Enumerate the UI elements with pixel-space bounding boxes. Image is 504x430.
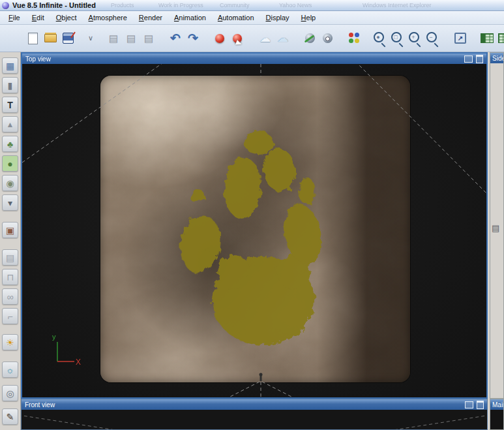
front-viewport-title: Front view: [25, 401, 55, 408]
render-pick-button[interactable]: [230, 30, 245, 47]
axis-y-label: y: [52, 333, 56, 341]
menu-automation[interactable]: Automation: [212, 12, 260, 23]
rock-tool[interactable]: ●: [2, 155, 18, 172]
pipe-tool[interactable]: ⌐: [2, 308, 18, 324]
collapsed-panel-icon[interactable]: ▤: [492, 223, 499, 233]
export-view-button[interactable]: ↗: [452, 30, 468, 47]
render-button[interactable]: [212, 30, 228, 47]
ghost-window-text: Community: [220, 2, 250, 8]
load-object-tool[interactable]: ▣: [2, 222, 18, 238]
brush-tool[interactable]: ✎: [2, 408, 18, 425]
app-icon: [2, 2, 9, 9]
terrain-tool[interactable]: ▦: [2, 57, 18, 74]
ecosystem-clouds-button[interactable]: ☁: [258, 30, 273, 47]
menu-edit[interactable]: Edit: [26, 12, 50, 23]
layout-quad-button[interactable]: [479, 30, 495, 47]
paw-left-toe: [176, 212, 224, 275]
planet-tool[interactable]: ☼: [2, 361, 18, 378]
window-title: Vue 8.5 Infinite - Untitled: [12, 1, 96, 9]
window-titlebar[interactable]: Vue 8.5 Infinite - Untitled ProductsWork…: [0, 0, 504, 11]
zoom-sphere-button[interactable]: ●: [372, 30, 387, 47]
menu-file[interactable]: File: [3, 12, 26, 23]
side-viewport-title: Side: [492, 55, 503, 62]
magnet-tool[interactable]: ⊓: [2, 269, 18, 285]
top-viewport: Top view: [21, 52, 488, 399]
open-button[interactable]: [42, 30, 58, 47]
text-tool[interactable]: T: [2, 97, 18, 113]
cylinder-tool[interactable]: ▮: [2, 77, 18, 93]
new-scene-button[interactable]: [25, 30, 40, 47]
top-viewport-canvas[interactable]: y X: [22, 64, 486, 397]
paw-small-spot: [190, 189, 204, 203]
menu-display[interactable]: Display: [260, 12, 295, 23]
front-viewport: Front view: [21, 399, 488, 430]
viewport-options-icon[interactable]: [465, 401, 473, 408]
main-toolbar: ∨▤▤▤↶↷☁☁●□+−↗: [0, 25, 504, 52]
left-toolbar: ▦▮T▲♣●◉▾▣▤⊓∞⌐☀☼◎✎◌: [0, 52, 21, 430]
light-tool[interactable]: ☀: [2, 334, 18, 350]
materials-button[interactable]: [346, 30, 362, 47]
paw-top-toe: [245, 131, 273, 155]
cloud-button[interactable]: ☁: [275, 30, 291, 47]
viewport-maximize-icon[interactable]: [477, 401, 484, 409]
expand-chevron[interactable]: ∨: [83, 30, 98, 47]
group-tool[interactable]: ▤: [2, 249, 18, 266]
zoom-in-button[interactable]: +: [407, 30, 422, 47]
ghost-window-text: Work in Progress: [158, 2, 203, 8]
terrain-preview: [100, 76, 410, 382]
axis-x-label: X: [76, 358, 81, 367]
inspect-sphere-button[interactable]: [319, 30, 335, 47]
side-viewport-titlebar[interactable]: Side: [490, 53, 503, 63]
front-frustum-guides: [22, 410, 487, 429]
front-viewport-canvas[interactable]: [22, 410, 487, 429]
water-drop-tool[interactable]: ▾: [2, 194, 18, 211]
side-panel-strip: Side ▤: [490, 52, 504, 399]
camera-tool[interactable]: ◎: [2, 385, 18, 401]
redo-button[interactable]: ↷: [185, 30, 201, 47]
main-panel-strip: Main: [490, 399, 504, 430]
top-viewport-title: Top view: [25, 55, 51, 63]
paw-mid-right-toe: [261, 147, 299, 194]
undo-button[interactable]: ↶: [168, 30, 183, 47]
ghost-window-text: Products: [111, 2, 134, 8]
main-viewport-title: Main: [492, 401, 503, 408]
front-viewport-titlebar[interactable]: Front view: [22, 399, 487, 410]
cone-tool[interactable]: ▲: [2, 116, 18, 132]
delete-button[interactable]: ▤: [141, 30, 156, 47]
sphere-tool[interactable]: ◉: [2, 175, 18, 191]
copy-button[interactable]: ▤: [106, 30, 121, 47]
save-button[interactable]: [60, 30, 76, 47]
ghost-window-text: Yahoo News: [279, 2, 312, 8]
menu-animation[interactable]: Animation: [168, 12, 212, 23]
viewport-options-icon[interactable]: [464, 55, 473, 63]
zoom-out-button[interactable]: −: [424, 30, 440, 47]
menu-atmosphere[interactable]: Atmosphere: [83, 12, 133, 23]
axis-gizmo: y X: [51, 331, 83, 367]
link-tool[interactable]: ∞: [2, 288, 18, 305]
paw-mid-left-toe: [222, 157, 263, 220]
menu-render[interactable]: Render: [133, 12, 168, 23]
main-viewport-titlebar[interactable]: Main: [490, 399, 503, 410]
viewport-maximize-icon[interactable]: [476, 55, 483, 63]
zoom-region-button[interactable]: □: [389, 30, 405, 47]
menu-bar: FileEditObjectAtmosphereRenderAnimationA…: [0, 11, 504, 25]
menu-help[interactable]: Help: [295, 12, 322, 23]
paw-right-spot: [299, 177, 315, 205]
paint-sphere-button[interactable]: [302, 30, 318, 47]
plant-tool[interactable]: ♣: [2, 136, 18, 152]
paw-print: [100, 76, 410, 382]
ghost-window-text: Windows Internet Explorer: [363, 2, 432, 8]
menu-object[interactable]: Object: [50, 12, 83, 23]
top-viewport-titlebar[interactable]: Top view: [22, 54, 486, 64]
layout-split-button[interactable]: [497, 30, 504, 47]
side-panel-body: ▤: [490, 63, 503, 408]
duplicate-button[interactable]: ▤: [123, 30, 139, 47]
